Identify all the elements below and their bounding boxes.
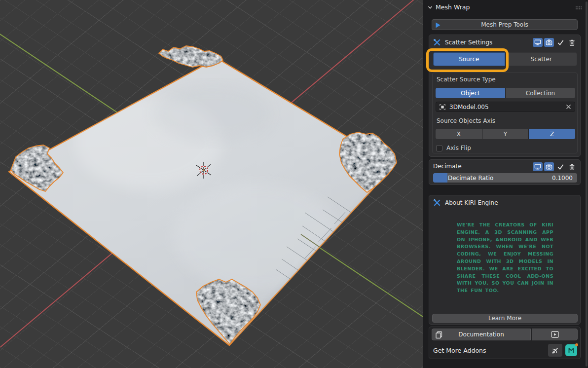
3d-viewport[interactable] <box>0 0 423 368</box>
footer-panel: Documentation Get More Addons <box>429 327 581 359</box>
check-icon <box>557 163 564 171</box>
tools-icon <box>433 38 441 46</box>
slider-fill <box>433 173 447 183</box>
camera-icon <box>546 163 552 170</box>
option-object[interactable]: Object <box>436 88 505 98</box>
grip-dots-icon[interactable] <box>575 6 582 10</box>
offline-icon <box>551 346 559 355</box>
decimate-ratio-value: 0.1000 <box>552 175 573 182</box>
tab-source[interactable]: Source <box>433 52 505 66</box>
trash-icon <box>568 163 576 171</box>
monitor-icon <box>534 163 541 170</box>
apply-button[interactable] <box>555 38 565 47</box>
scatter-settings-title: Scatter Settings <box>445 39 492 46</box>
documentation-button[interactable]: Documentation <box>432 329 531 340</box>
documentation-label: Documentation <box>458 331 504 338</box>
scatter-settings-panel: Scatter Settings <box>429 35 581 157</box>
mesh-prep-tools-label: Mesh Prep Tools <box>481 21 528 28</box>
about-kiri-panel: About KIRI Engine WE'RE THE CREATORS OF … <box>429 195 581 325</box>
axis-label: Source Objects Axis <box>437 117 495 124</box>
scatter-settings-header: Scatter Settings <box>433 38 492 46</box>
option-collection[interactable]: Collection <box>506 88 575 98</box>
axis-x-button[interactable]: X <box>436 129 482 139</box>
decimate-delete-button[interactable] <box>567 162 577 171</box>
axis-flip-checkbox[interactable] <box>436 145 442 151</box>
notification-dot <box>575 343 578 346</box>
kiri-engine-button[interactable] <box>565 344 577 356</box>
delete-button[interactable] <box>567 38 577 47</box>
sidebar-panel: Mesh Wrap Mesh Prep Tools <box>423 0 588 368</box>
rock-top <box>159 46 223 67</box>
sidebar-scrollbar[interactable] <box>586 1 588 367</box>
terrain-mesh-object[interactable] <box>0 0 423 368</box>
camera-icon <box>546 39 552 46</box>
decimate-title: Decimate <box>433 163 462 170</box>
panel-title: Mesh Wrap <box>436 3 470 11</box>
get-more-addons-label: Get More Addons <box>433 347 486 354</box>
axis-flip-label: Axis Flip <box>446 145 471 151</box>
trash-icon <box>568 39 576 46</box>
3d-cursor-icon <box>194 160 214 180</box>
panel-header[interactable]: Mesh Wrap <box>428 3 470 11</box>
decimate-render-button[interactable] <box>544 162 554 171</box>
decimate-panel: Decimate <box>429 159 581 185</box>
decimate-viewport-button[interactable] <box>533 162 543 171</box>
tab-scatter[interactable]: Scatter <box>506 52 578 66</box>
decimate-apply-button[interactable] <box>555 162 565 171</box>
pages-icon <box>435 331 443 339</box>
axis-z-button[interactable]: Z <box>529 129 575 139</box>
about-header: About KIRI Engine <box>433 199 498 207</box>
monitor-icon <box>534 39 541 46</box>
mesh-data-icon <box>439 104 446 110</box>
mesh-prep-tools-button[interactable]: Mesh Prep Tools <box>432 19 578 30</box>
show-viewport-button[interactable] <box>533 38 543 47</box>
blender-window: Mesh Wrap Mesh Prep Tools <box>0 0 588 368</box>
about-text: WE'RE THE CREATORS OF KIRI ENGINE, A 3D … <box>457 221 553 294</box>
video-play-icon <box>551 331 559 338</box>
source-settings-group: Scatter Source Type Object Collection 3D… <box>432 73 578 153</box>
decimate-ratio-slider[interactable]: Decimate Ratio 0.1000 <box>433 173 577 183</box>
source-object-field[interactable]: 3DModel.005 <box>436 102 575 112</box>
chevron-down-icon <box>428 5 433 10</box>
check-icon <box>557 39 564 46</box>
show-render-button[interactable] <box>544 38 554 47</box>
source-type-label: Scatter Source Type <box>437 76 496 83</box>
play-icon <box>436 22 441 28</box>
source-object-name: 3DModel.005 <box>449 104 489 110</box>
kiri-logo-icon <box>568 347 575 353</box>
video-tutorials-button[interactable] <box>532 329 578 340</box>
about-title: About KIRI Engine <box>445 199 498 206</box>
clear-object-icon[interactable] <box>566 104 571 110</box>
tools-icon <box>433 199 441 207</box>
decimate-ratio-label: Decimate Ratio <box>448 175 493 182</box>
learn-more-label: Learn More <box>488 315 521 322</box>
learn-more-button[interactable]: Learn More <box>432 314 578 323</box>
axis-y-button[interactable]: Y <box>482 129 529 139</box>
offline-addons-button[interactable] <box>548 344 562 357</box>
